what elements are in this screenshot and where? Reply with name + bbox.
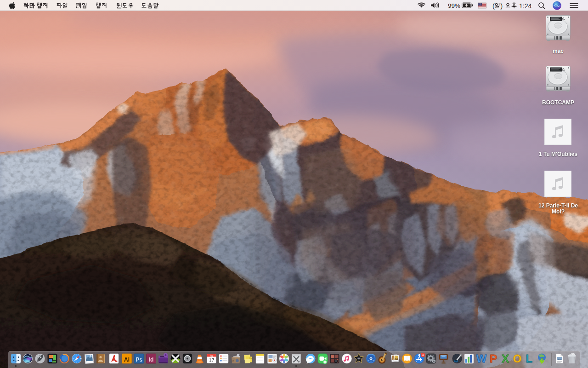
svg-text:L: L [526, 352, 533, 365]
svg-text:Ai: Ai [124, 356, 130, 363]
svg-text:): ) [501, 2, 503, 10]
svg-text:Id: Id [149, 356, 154, 363]
svg-text:O: O [513, 352, 522, 365]
svg-text:99%: 99% [448, 2, 460, 9]
svg-text:X: X [502, 352, 509, 365]
svg-text:4: 4 [422, 353, 424, 356]
svg-text:1:24: 1:24 [519, 2, 531, 10]
svg-text:(: ( [492, 2, 495, 10]
svg-text:P: P [490, 352, 497, 365]
svg-text:Ps: Ps [136, 356, 142, 363]
svg-text:W: W [476, 352, 487, 365]
svg-text:7월: 7월 [210, 355, 214, 357]
svg-text:Plan: Plan [249, 357, 253, 359]
svg-text:17: 17 [209, 357, 214, 363]
